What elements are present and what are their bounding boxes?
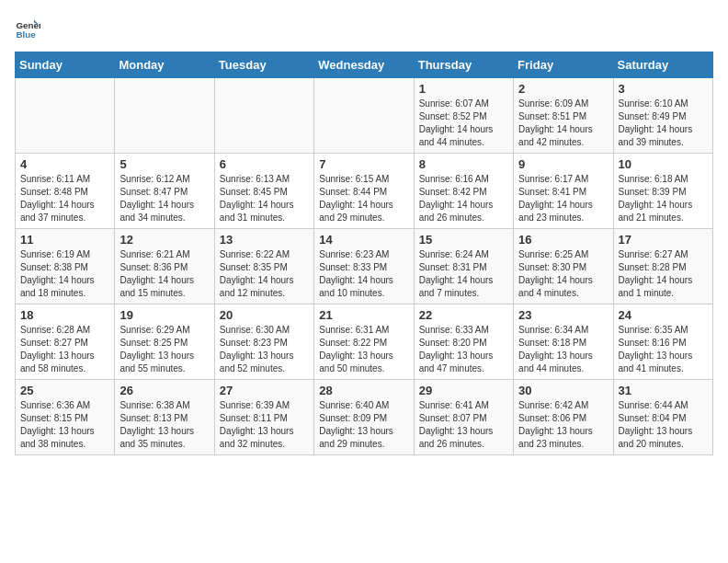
day-info: Sunrise: 6:44 AM Sunset: 8:04 PM Dayligh… — [619, 399, 708, 451]
day-number: 26 — [119, 384, 209, 397]
day-info: Sunrise: 6:29 AM Sunset: 8:25 PM Dayligh… — [119, 324, 209, 375]
calendar-header: SundayMondayTuesdayWednesdayThursdayFrid… — [16, 52, 713, 78]
day-number: 28 — [319, 384, 408, 397]
calendar-cell: 7Sunrise: 6:15 AM Sunset: 8:44 PM Daylig… — [314, 154, 414, 229]
day-info: Sunrise: 6:34 AM Sunset: 8:18 PM Dayligh… — [518, 324, 608, 375]
day-number: 29 — [419, 384, 508, 397]
day-info: Sunrise: 6:22 AM Sunset: 8:35 PM Dayligh… — [220, 248, 309, 300]
day-info: Sunrise: 6:09 AM Sunset: 8:51 PM Dayligh… — [518, 98, 608, 149]
calendar-cell: 19Sunrise: 6:29 AM Sunset: 8:25 PM Dayli… — [115, 304, 214, 380]
day-number: 7 — [319, 157, 408, 171]
day-info: Sunrise: 6:39 AM Sunset: 8:11 PM Dayligh… — [220, 399, 309, 451]
svg-text:Blue: Blue — [16, 29, 36, 40]
calendar-cell: 10Sunrise: 6:18 AM Sunset: 8:39 PM Dayli… — [613, 154, 712, 229]
calendar-cell: 30Sunrise: 6:42 AM Sunset: 8:06 PM Dayli… — [514, 380, 613, 455]
day-number: 22 — [419, 308, 508, 322]
calendar-cell: 31Sunrise: 6:44 AM Sunset: 8:04 PM Dayli… — [613, 380, 712, 455]
day-number: 27 — [220, 384, 309, 397]
day-of-week-header: Wednesday — [314, 52, 414, 78]
day-number: 30 — [518, 384, 608, 397]
day-info: Sunrise: 6:33 AM Sunset: 8:20 PM Dayligh… — [419, 324, 508, 375]
day-number: 14 — [319, 233, 408, 247]
day-number: 31 — [619, 384, 708, 397]
day-info: Sunrise: 6:17 AM Sunset: 8:41 PM Dayligh… — [518, 173, 608, 224]
logo-icon: General Blue — [15, 15, 40, 40]
day-number: 16 — [518, 233, 608, 247]
calendar-cell: 17Sunrise: 6:27 AM Sunset: 8:28 PM Dayli… — [613, 229, 712, 304]
calendar-cell: 26Sunrise: 6:38 AM Sunset: 8:13 PM Dayli… — [115, 380, 214, 455]
calendar-week-row: 25Sunrise: 6:36 AM Sunset: 8:15 PM Dayli… — [16, 380, 713, 455]
calendar-table: SundayMondayTuesdayWednesdayThursdayFrid… — [15, 52, 713, 455]
calendar-week-row: 4Sunrise: 6:11 AM Sunset: 8:48 PM Daylig… — [16, 154, 713, 229]
day-number: 9 — [518, 157, 608, 171]
day-number: 3 — [619, 82, 708, 96]
day-number: 4 — [20, 157, 109, 171]
calendar-cell — [16, 78, 115, 154]
day-info: Sunrise: 6:36 AM Sunset: 8:15 PM Dayligh… — [20, 399, 109, 451]
day-number: 25 — [20, 384, 109, 397]
day-info: Sunrise: 6:19 AM Sunset: 8:38 PM Dayligh… — [20, 248, 109, 300]
day-info: Sunrise: 6:31 AM Sunset: 8:22 PM Dayligh… — [319, 324, 408, 375]
day-info: Sunrise: 6:41 AM Sunset: 8:07 PM Dayligh… — [419, 399, 508, 451]
day-number: 11 — [20, 233, 109, 247]
day-number: 23 — [518, 308, 608, 322]
header-row: SundayMondayTuesdayWednesdayThursdayFrid… — [16, 52, 713, 78]
day-info: Sunrise: 6:15 AM Sunset: 8:44 PM Dayligh… — [319, 173, 408, 224]
day-info: Sunrise: 6:10 AM Sunset: 8:49 PM Dayligh… — [619, 98, 708, 149]
calendar-cell: 8Sunrise: 6:16 AM Sunset: 8:42 PM Daylig… — [414, 154, 513, 229]
calendar-week-row: 18Sunrise: 6:28 AM Sunset: 8:27 PM Dayli… — [16, 304, 713, 380]
day-number: 17 — [619, 233, 708, 247]
calendar-week-row: 1Sunrise: 6:07 AM Sunset: 8:52 PM Daylig… — [16, 78, 713, 154]
day-number: 13 — [220, 233, 309, 247]
calendar-cell — [214, 78, 313, 154]
page-header: General Blue — [15, 15, 713, 40]
day-info: Sunrise: 6:23 AM Sunset: 8:33 PM Dayligh… — [319, 248, 408, 300]
day-info: Sunrise: 6:30 AM Sunset: 8:23 PM Dayligh… — [220, 324, 309, 375]
calendar-cell: 14Sunrise: 6:23 AM Sunset: 8:33 PM Dayli… — [314, 229, 414, 304]
calendar-cell — [115, 78, 214, 154]
calendar-cell: 13Sunrise: 6:22 AM Sunset: 8:35 PM Dayli… — [214, 229, 313, 304]
day-number: 5 — [119, 157, 209, 171]
calendar-cell: 11Sunrise: 6:19 AM Sunset: 8:38 PM Dayli… — [16, 229, 115, 304]
calendar-cell: 15Sunrise: 6:24 AM Sunset: 8:31 PM Dayli… — [414, 229, 513, 304]
day-of-week-header: Thursday — [414, 52, 513, 78]
day-info: Sunrise: 6:27 AM Sunset: 8:28 PM Dayligh… — [619, 248, 708, 300]
day-info: Sunrise: 6:28 AM Sunset: 8:27 PM Dayligh… — [20, 324, 109, 375]
day-number: 21 — [319, 308, 408, 322]
day-number: 15 — [419, 233, 508, 247]
calendar-cell: 2Sunrise: 6:09 AM Sunset: 8:51 PM Daylig… — [514, 78, 613, 154]
calendar-cell: 28Sunrise: 6:40 AM Sunset: 8:09 PM Dayli… — [314, 380, 414, 455]
calendar-cell: 9Sunrise: 6:17 AM Sunset: 8:41 PM Daylig… — [514, 154, 613, 229]
calendar-cell: 18Sunrise: 6:28 AM Sunset: 8:27 PM Dayli… — [16, 304, 115, 380]
day-number: 8 — [419, 157, 508, 171]
day-info: Sunrise: 6:40 AM Sunset: 8:09 PM Dayligh… — [319, 399, 408, 451]
calendar-cell: 24Sunrise: 6:35 AM Sunset: 8:16 PM Dayli… — [613, 304, 712, 380]
day-number: 19 — [119, 308, 209, 322]
day-info: Sunrise: 6:42 AM Sunset: 8:06 PM Dayligh… — [518, 399, 608, 451]
day-number: 24 — [619, 308, 708, 322]
day-info: Sunrise: 6:38 AM Sunset: 8:13 PM Dayligh… — [119, 399, 209, 451]
day-number: 20 — [220, 308, 309, 322]
day-info: Sunrise: 6:25 AM Sunset: 8:30 PM Dayligh… — [518, 248, 608, 300]
calendar-body: 1Sunrise: 6:07 AM Sunset: 8:52 PM Daylig… — [16, 78, 713, 455]
calendar-cell: 6Sunrise: 6:13 AM Sunset: 8:45 PM Daylig… — [214, 154, 313, 229]
calendar-cell: 5Sunrise: 6:12 AM Sunset: 8:47 PM Daylig… — [115, 154, 214, 229]
calendar-cell — [314, 78, 414, 154]
day-number: 12 — [119, 233, 209, 247]
day-info: Sunrise: 6:13 AM Sunset: 8:45 PM Dayligh… — [220, 173, 309, 224]
calendar-cell: 3Sunrise: 6:10 AM Sunset: 8:49 PM Daylig… — [613, 78, 712, 154]
day-info: Sunrise: 6:16 AM Sunset: 8:42 PM Dayligh… — [419, 173, 508, 224]
day-of-week-header: Tuesday — [214, 52, 313, 78]
day-number: 6 — [220, 157, 309, 171]
day-number: 1 — [419, 82, 508, 96]
calendar-cell: 23Sunrise: 6:34 AM Sunset: 8:18 PM Dayli… — [514, 304, 613, 380]
day-info: Sunrise: 6:12 AM Sunset: 8:47 PM Dayligh… — [119, 173, 209, 224]
day-info: Sunrise: 6:11 AM Sunset: 8:48 PM Dayligh… — [20, 173, 109, 224]
calendar-cell: 20Sunrise: 6:30 AM Sunset: 8:23 PM Dayli… — [214, 304, 313, 380]
day-number: 10 — [619, 157, 708, 171]
day-number: 18 — [20, 308, 109, 322]
calendar-cell: 21Sunrise: 6:31 AM Sunset: 8:22 PM Dayli… — [314, 304, 414, 380]
day-of-week-header: Sunday — [16, 52, 115, 78]
day-info: Sunrise: 6:21 AM Sunset: 8:36 PM Dayligh… — [119, 248, 209, 300]
calendar-week-row: 11Sunrise: 6:19 AM Sunset: 8:38 PM Dayli… — [16, 229, 713, 304]
